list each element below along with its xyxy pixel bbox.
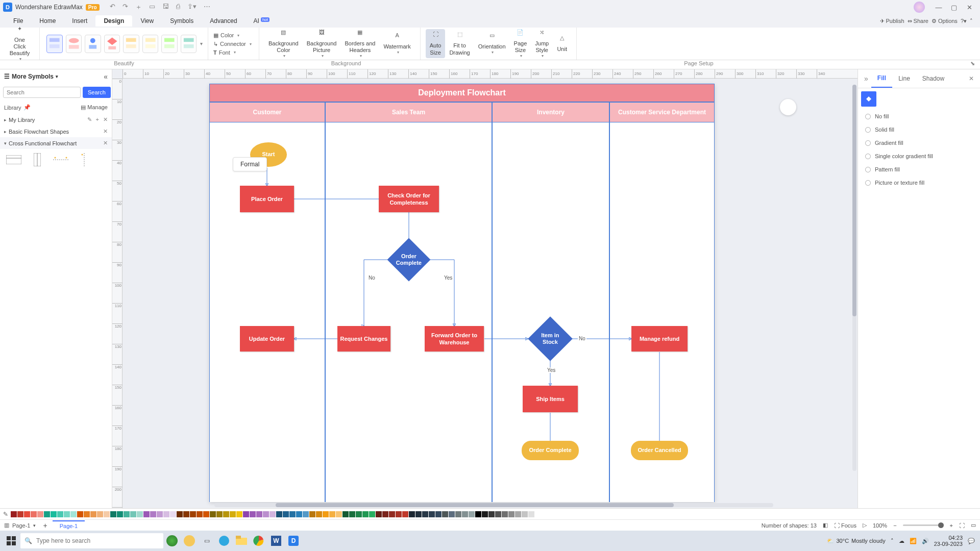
onedrive-icon[interactable]: ☁ bbox=[899, 538, 904, 544]
separator-h-shape[interactable] bbox=[52, 153, 69, 166]
color-swatch[interactable] bbox=[303, 511, 309, 517]
orientation-button[interactable]: ▭Orientation bbox=[474, 30, 510, 57]
close-section-icon[interactable]: ✕ bbox=[103, 116, 108, 123]
color-swatch[interactable] bbox=[177, 511, 183, 517]
color-swatch[interactable] bbox=[84, 511, 90, 517]
beautify-more-icon[interactable]: ▾ bbox=[200, 41, 203, 46]
search-input[interactable] bbox=[3, 87, 81, 98]
order-cancelled-end[interactable]: Order Cancelled bbox=[631, 441, 688, 460]
update-order-shape[interactable]: Update Order bbox=[240, 326, 294, 352]
color-swatch[interactable] bbox=[455, 511, 461, 517]
print-icon[interactable]: ⎙ bbox=[176, 3, 180, 12]
color-swatch[interactable] bbox=[402, 511, 408, 517]
color-swatch[interactable] bbox=[276, 511, 282, 517]
fill-option-picture[interactable]: Picture or texture fill bbox=[858, 176, 980, 189]
options-button[interactable]: ⚙ Options bbox=[932, 18, 958, 24]
flowchart-title[interactable]: Deployment Flowchart bbox=[209, 84, 715, 102]
color-swatch[interactable] bbox=[150, 511, 156, 517]
color-dropdown[interactable]: ▦ Color bbox=[213, 31, 239, 40]
color-swatch[interactable] bbox=[289, 511, 296, 517]
color-swatch[interactable] bbox=[11, 511, 17, 517]
lane-sales[interactable]: Sales Team bbox=[325, 102, 492, 122]
add-icon[interactable]: + bbox=[96, 116, 99, 123]
color-swatch[interactable] bbox=[316, 511, 322, 517]
one-click-beautify-button[interactable]: ✦One Click Beautify bbox=[5, 23, 34, 64]
hamburger-icon[interactable]: ☰ bbox=[4, 73, 10, 80]
color-swatch[interactable] bbox=[462, 511, 468, 517]
color-swatch[interactable] bbox=[369, 511, 375, 517]
color-swatch[interactable] bbox=[130, 511, 136, 517]
color-swatch[interactable] bbox=[488, 511, 495, 517]
color-swatch[interactable] bbox=[329, 511, 335, 517]
color-swatch[interactable] bbox=[44, 511, 50, 517]
beautify-style-1[interactable] bbox=[46, 35, 63, 53]
clock[interactable]: 04:2323-09-2023 bbox=[934, 535, 963, 547]
color-swatch[interactable] bbox=[17, 511, 23, 517]
color-swatch[interactable] bbox=[475, 511, 481, 517]
color-swatch[interactable] bbox=[223, 511, 229, 517]
edrawmax-taskbar-icon[interactable]: D bbox=[285, 532, 302, 549]
color-swatch[interactable] bbox=[210, 511, 216, 517]
page-canvas[interactable]: Deployment Flowchart Customer Sales Team… bbox=[209, 84, 715, 502]
request-changes-shape[interactable]: Request Changes bbox=[337, 326, 390, 352]
new-icon[interactable]: ＋ bbox=[135, 3, 142, 12]
minimize-button[interactable]: — bbox=[931, 4, 946, 11]
beautify-style-6[interactable] bbox=[142, 35, 159, 53]
color-swatch[interactable] bbox=[342, 511, 349, 517]
layers-icon[interactable]: ◧ bbox=[823, 522, 828, 529]
close-section-icon[interactable]: ✕ bbox=[103, 140, 108, 146]
color-swatch[interactable] bbox=[449, 511, 455, 517]
taskbar-search[interactable]: 🔍 Type here to search bbox=[20, 533, 163, 548]
zoom-out-button[interactable]: − bbox=[893, 522, 896, 529]
tab-line[interactable]: Line bbox=[892, 70, 916, 87]
color-swatch[interactable] bbox=[482, 511, 488, 517]
color-swatch[interactable] bbox=[183, 511, 189, 517]
color-swatch[interactable] bbox=[442, 511, 448, 517]
color-swatch[interactable] bbox=[104, 511, 110, 517]
menu-advanced[interactable]: Advanced bbox=[202, 15, 245, 27]
zoom-in-button[interactable]: + bbox=[950, 522, 953, 529]
style-tag[interactable]: Formal bbox=[233, 157, 267, 171]
unit-button[interactable]: △Unit bbox=[553, 33, 571, 55]
check-order-shape[interactable]: Check Order for Completeness bbox=[379, 186, 439, 212]
color-swatch[interactable] bbox=[415, 511, 422, 517]
color-swatch[interactable] bbox=[250, 511, 256, 517]
presentation-icon[interactable]: ▷ bbox=[863, 522, 867, 529]
beautify-style-4[interactable] bbox=[104, 35, 120, 53]
color-swatch[interactable] bbox=[157, 511, 163, 517]
font-dropdown[interactable]: T Font bbox=[213, 48, 236, 57]
beautify-style-8[interactable] bbox=[181, 35, 197, 53]
color-swatch[interactable] bbox=[409, 511, 415, 517]
watermark-button[interactable]: AWatermark bbox=[379, 30, 414, 57]
start-button[interactable] bbox=[2, 532, 20, 550]
fill-option-single-gradient[interactable]: Single color gradient fill bbox=[858, 149, 980, 163]
edge-icon[interactable] bbox=[215, 532, 233, 549]
color-swatch[interactable] bbox=[515, 511, 521, 517]
manage-button[interactable]: ▤ Manage bbox=[81, 104, 108, 111]
maximize-button[interactable]: ▢ bbox=[946, 4, 962, 11]
color-swatch[interactable] bbox=[502, 511, 508, 517]
lane-customer-service[interactable]: Customer Service Department bbox=[609, 102, 715, 122]
color-swatch[interactable] bbox=[429, 511, 435, 517]
fill-option-none[interactable]: No fill bbox=[858, 110, 980, 123]
connector-dropdown[interactable]: ↳ Connector bbox=[213, 40, 252, 48]
color-swatch[interactable] bbox=[31, 511, 37, 517]
fit-page-icon[interactable]: ⛶ bbox=[959, 522, 965, 529]
color-swatch[interactable] bbox=[535, 511, 541, 517]
close-button[interactable]: ✕ bbox=[962, 4, 977, 11]
swimlane-h-shape[interactable] bbox=[5, 153, 22, 166]
tab-fill[interactable]: Fill bbox=[871, 69, 892, 88]
color-swatch[interactable] bbox=[124, 511, 130, 517]
color-swatch[interactable] bbox=[77, 511, 83, 517]
color-swatch[interactable] bbox=[528, 511, 534, 517]
color-swatch[interactable] bbox=[382, 511, 388, 517]
color-swatch[interactable] bbox=[270, 511, 276, 517]
section-cross-functional[interactable]: ▾Cross Functional Flowchart ✕ bbox=[0, 137, 112, 149]
beautify-style-7[interactable] bbox=[161, 35, 178, 53]
color-swatch[interactable] bbox=[356, 511, 362, 517]
expand-panel-icon[interactable]: » bbox=[861, 71, 871, 86]
eyedropper-icon[interactable]: ✎ bbox=[3, 511, 8, 518]
borders-button[interactable]: ▦Borders and Headers bbox=[340, 27, 379, 61]
color-swatch[interactable] bbox=[469, 511, 475, 517]
task-view-icon[interactable]: ▭ bbox=[198, 532, 215, 549]
